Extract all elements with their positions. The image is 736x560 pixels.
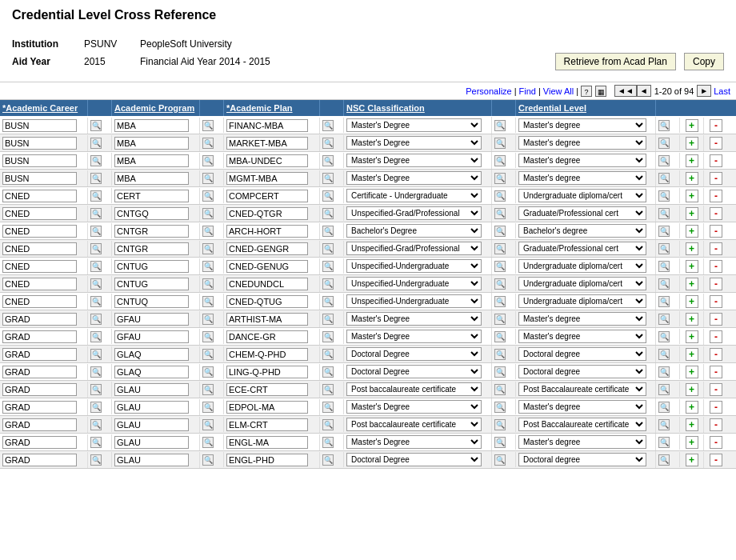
career-search-icon[interactable]: 🔍: [90, 331, 102, 342]
add-row-button[interactable]: +: [686, 383, 698, 396]
credential-select[interactable]: Master's degreeUndergraduate diploma/cer…: [518, 118, 646, 132]
plan-input[interactable]: [226, 330, 308, 343]
nsc-search-icon[interactable]: 🔍: [494, 349, 506, 360]
col-header-plan[interactable]: *Academic Plan: [224, 100, 320, 116]
plan-input[interactable]: [226, 242, 308, 255]
career-search-icon[interactable]: 🔍: [90, 384, 102, 395]
plan-input[interactable]: [226, 313, 308, 326]
career-search-icon[interactable]: 🔍: [90, 366, 102, 378]
nsc-search-icon[interactable]: 🔍: [494, 437, 506, 448]
nsc-search-icon[interactable]: 🔍: [494, 120, 506, 131]
program-input[interactable]: [114, 330, 189, 343]
credential-select[interactable]: Master's degreeUndergraduate diploma/cer…: [518, 224, 646, 238]
nsc-select[interactable]: Master's DegreeCertificate - Undergradua…: [346, 294, 482, 308]
career-input[interactable]: [2, 154, 77, 167]
program-input[interactable]: [114, 313, 189, 326]
credential-search-icon[interactable]: 🔍: [658, 419, 670, 430]
nsc-search-icon[interactable]: 🔍: [494, 419, 506, 430]
nsc-select[interactable]: Master's DegreeCertificate - Undergradua…: [346, 435, 482, 449]
career-search-icon[interactable]: 🔍: [90, 454, 102, 466]
credential-search-icon[interactable]: 🔍: [658, 278, 670, 290]
career-input[interactable]: [2, 242, 77, 255]
credential-search-icon[interactable]: 🔍: [658, 366, 670, 378]
nsc-search-icon[interactable]: 🔍: [494, 402, 506, 413]
plan-input[interactable]: [226, 225, 308, 238]
career-search-icon[interactable]: 🔍: [90, 349, 102, 360]
plan-search-icon[interactable]: 🔍: [322, 173, 334, 184]
career-input[interactable]: [2, 436, 77, 449]
credential-search-icon[interactable]: 🔍: [658, 296, 670, 307]
first-nav-button[interactable]: ◄◄: [614, 85, 637, 97]
program-input[interactable]: [114, 418, 189, 431]
program-search-icon[interactable]: 🔍: [202, 419, 214, 430]
nsc-search-icon[interactable]: 🔍: [494, 366, 506, 378]
plan-search-icon[interactable]: 🔍: [322, 437, 334, 448]
program-input[interactable]: [114, 190, 189, 202]
nsc-select[interactable]: Master's DegreeCertificate - Undergradua…: [346, 171, 482, 185]
plan-search-icon[interactable]: 🔍: [322, 278, 334, 290]
nsc-search-icon[interactable]: 🔍: [494, 278, 506, 290]
program-input[interactable]: [114, 383, 189, 396]
delete-row-button[interactable]: -: [710, 225, 722, 238]
career-search-icon[interactable]: 🔍: [90, 155, 102, 166]
add-row-button[interactable]: +: [686, 260, 698, 273]
credential-search-icon[interactable]: 🔍: [658, 331, 670, 342]
add-row-button[interactable]: +: [686, 295, 698, 308]
credential-select[interactable]: Master's degreeUndergraduate diploma/cer…: [518, 330, 646, 343]
col-header-program[interactable]: Academic Program: [112, 100, 200, 116]
personalize-link[interactable]: Personalize: [466, 86, 511, 96]
credential-select[interactable]: Master's degreeUndergraduate diploma/cer…: [518, 453, 646, 466]
program-search-icon[interactable]: 🔍: [202, 261, 214, 272]
program-search-icon[interactable]: 🔍: [202, 331, 214, 342]
plan-input[interactable]: [226, 348, 308, 361]
credential-select[interactable]: Master's degreeUndergraduate diploma/cer…: [518, 347, 646, 361]
nsc-select[interactable]: Master's DegreeCertificate - Undergradua…: [346, 118, 482, 132]
credential-search-icon[interactable]: 🔍: [658, 173, 670, 184]
credential-search-icon[interactable]: 🔍: [658, 437, 670, 448]
delete-row-button[interactable]: -: [710, 278, 722, 290]
career-input[interactable]: [2, 366, 77, 378]
nsc-search-icon[interactable]: 🔍: [494, 314, 506, 325]
career-input[interactable]: [2, 454, 77, 466]
career-input[interactable]: [2, 383, 77, 396]
career-input[interactable]: [2, 137, 77, 150]
career-search-icon[interactable]: 🔍: [90, 190, 102, 202]
program-input[interactable]: [114, 348, 189, 361]
program-search-icon[interactable]: 🔍: [202, 384, 214, 395]
program-input[interactable]: [114, 137, 189, 150]
nsc-select[interactable]: Master's DegreeCertificate - Undergradua…: [346, 400, 482, 414]
career-input[interactable]: [2, 225, 77, 238]
nsc-select[interactable]: Master's DegreeCertificate - Undergradua…: [346, 382, 482, 396]
credential-search-icon[interactable]: 🔍: [658, 243, 670, 254]
credential-select[interactable]: Master's degreeUndergraduate diploma/cer…: [518, 259, 646, 273]
col-header-nsc[interactable]: NSC Classification: [344, 100, 492, 116]
program-input[interactable]: [114, 242, 189, 255]
delete-row-button[interactable]: -: [710, 154, 722, 167]
plan-search-icon[interactable]: 🔍: [322, 314, 334, 325]
career-input[interactable]: [2, 418, 77, 431]
next-nav-button[interactable]: ►: [697, 85, 711, 97]
career-input[interactable]: [2, 401, 77, 414]
nsc-select[interactable]: Master's DegreeCertificate - Undergradua…: [346, 453, 482, 466]
career-search-icon[interactable]: 🔍: [90, 296, 102, 307]
delete-row-button[interactable]: -: [710, 119, 722, 132]
career-search-icon[interactable]: 🔍: [90, 437, 102, 448]
nsc-select[interactable]: Master's DegreeCertificate - Undergradua…: [346, 259, 482, 273]
career-input[interactable]: [2, 260, 77, 273]
credential-select[interactable]: Master's degreeUndergraduate diploma/cer…: [518, 435, 646, 449]
plan-search-icon[interactable]: 🔍: [322, 296, 334, 307]
program-search-icon[interactable]: 🔍: [202, 120, 214, 131]
plan-search-icon[interactable]: 🔍: [322, 155, 334, 166]
nsc-search-icon[interactable]: 🔍: [494, 155, 506, 166]
add-row-button[interactable]: +: [686, 313, 698, 326]
credential-select[interactable]: Master's degreeUndergraduate diploma/cer…: [518, 365, 646, 378]
program-input[interactable]: [114, 207, 189, 220]
nsc-search-icon[interactable]: 🔍: [494, 226, 506, 237]
credential-search-icon[interactable]: 🔍: [658, 314, 670, 325]
copy-button[interactable]: Copy: [684, 53, 724, 70]
program-input[interactable]: [114, 225, 189, 238]
plan-input[interactable]: [226, 401, 308, 414]
add-row-button[interactable]: +: [686, 330, 698, 343]
nsc-select[interactable]: Master's DegreeCertificate - Undergradua…: [346, 365, 482, 378]
plan-search-icon[interactable]: 🔍: [322, 366, 334, 378]
